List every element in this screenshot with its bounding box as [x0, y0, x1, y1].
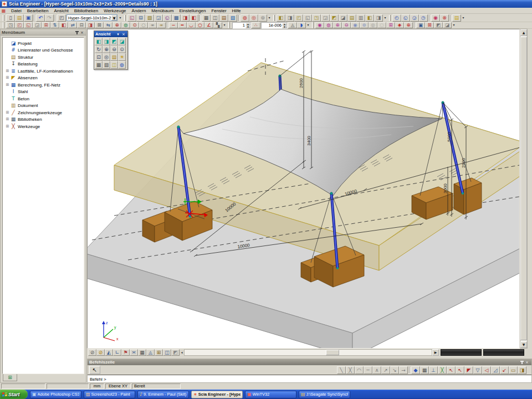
selection-tool-icon[interactable]: ◌ — [139, 22, 148, 28]
selection-tool-icon[interactable]: ◍ — [121, 22, 130, 28]
selection-tool-icon[interactable]: ∞ — [157, 22, 166, 28]
export-tool-icon[interactable]: ▣ — [416, 22, 425, 28]
status-cell[interactable]: Ebene XY — [105, 383, 131, 389]
panel-tab[interactable]: ⊞ — [3, 374, 17, 381]
viewport-tool-icon[interactable]: ≍ — [130, 349, 138, 356]
tree-item[interactable]: ⊞ ▦ Bibliotheken — [5, 116, 84, 124]
structure-tool-icon[interactable]: ▥ — [356, 14, 365, 22]
link-tool-icon[interactable]: ◴ — [392, 14, 401, 22]
geometry-tool-icon[interactable]: ◡ — [187, 22, 196, 28]
snap-mode-icon[interactable]: ─ — [364, 366, 372, 374]
toolbar-handle[interactable] — [3, 15, 4, 21]
selection-tool-icon[interactable]: ◨ — [86, 22, 95, 28]
snap-grid-icon[interactable]: ⊥ — [429, 366, 438, 374]
tree-item-label[interactable]: Absenzen — [17, 75, 38, 80]
tree-item-label[interactable]: Berechnung, FE-Netz — [17, 83, 60, 88]
node-tool-icon[interactable]: ⊕ — [333, 22, 342, 28]
snap-grid-icon[interactable]: ◿ — [491, 366, 500, 374]
view-control-icon[interactable]: ☀ — [118, 53, 126, 61]
view-control-icon[interactable]: ⊖ — [110, 45, 118, 53]
model-tool-icon[interactable]: ▩ — [172, 14, 181, 22]
selection-tool-icon[interactable]: ◱ — [24, 22, 33, 28]
snap-grid-icon[interactable]: ▽ — [473, 366, 482, 374]
close-icon[interactable]: × — [121, 32, 126, 37]
view-control-icon[interactable]: ▤ — [110, 53, 118, 61]
snap-grid-icon[interactable]: ↙ — [500, 366, 509, 374]
model-tool-icon[interactable]: ◵ — [163, 14, 172, 22]
menu-item[interactable]: Menübaum — [149, 8, 176, 14]
selection-tool-icon[interactable]: ◲ — [33, 22, 42, 28]
selection-tool-icon[interactable]: ⊕ — [112, 22, 121, 28]
tree-item[interactable]: # Linienraster und Geschosse — [5, 47, 84, 54]
node-tool-icon[interactable]: ⊕ — [404, 22, 413, 28]
view-control-icon[interactable]: ◧ — [95, 38, 103, 45]
status-cell[interactable] — [1, 383, 45, 389]
structure-tool-icon[interactable]: ◱ — [303, 14, 312, 22]
node-tool-icon[interactable]: ◉ — [315, 22, 324, 28]
start-button[interactable]: Start — [0, 390, 28, 399]
tree-item[interactable]: ⊞ ╱ Zeichnungswerkzeuge — [5, 109, 84, 116]
toolbar-handle[interactable] — [273, 15, 275, 21]
snap-grid-icon[interactable]: ◨ — [518, 366, 526, 374]
overflow-chevron-icon[interactable]: ▾ — [222, 22, 227, 29]
tree-item[interactable]: ⊞ ◤ Absenzen — [5, 75, 84, 82]
node-tool-icon[interactable]: ◉ — [351, 22, 360, 28]
toolbar-handle[interactable] — [312, 22, 314, 28]
expander-icon[interactable]: ⊞ — [5, 83, 10, 88]
snap-grid-icon[interactable]: ◁ — [482, 366, 491, 374]
overflow-chevron-icon[interactable]: ▾ — [452, 22, 456, 29]
model-tool-icon[interactable]: ◨ — [181, 14, 190, 22]
ansicht-header[interactable]: Ansicht ▾ × — [94, 31, 127, 37]
ansicht-palette[interactable]: Ansicht ▾ × ◧◨◩◪↻⊕⊖⊙⊡◎▤☀▦▧◫◍ — [94, 30, 128, 70]
scroll-right-icon[interactable]: ▶ — [432, 349, 439, 356]
scale-spinner[interactable]: 1 ▲▼ — [232, 22, 251, 29]
selection-tool-icon[interactable]: ◰ — [15, 22, 24, 28]
overflow-chevron-icon[interactable]: ▾ — [461, 14, 466, 22]
expander-icon[interactable]: ⊞ — [5, 117, 10, 122]
tree-item[interactable]: ⊞ ╳ Werkzeuge — [5, 123, 84, 130]
selection-tool-icon[interactable]: ⊠ — [95, 22, 104, 28]
structure-tool-icon[interactable]: ◧ — [277, 14, 285, 22]
view-tool-icon[interactable]: ⊚ — [258, 14, 267, 22]
expander-icon[interactable]: ⊞ — [5, 75, 10, 80]
menu-item[interactable]: Hilfe — [229, 8, 244, 14]
view-control-icon[interactable]: ▦ — [95, 61, 103, 69]
scale-tool-icon[interactable]: ∴ — [252, 22, 260, 28]
tree-item-label[interactable]: Bibliotheken — [17, 117, 42, 122]
3d-viewport[interactable]: 2600 3400 5000 2900 3000 10000 10000 100… — [87, 29, 520, 349]
node-tool-icon[interactable]: ◈ — [395, 22, 404, 28]
overflow-chevron-icon[interactable]: ▾ — [383, 14, 387, 22]
snap-mode-icon[interactable]: ∧ — [372, 366, 381, 374]
menu-item[interactable]: Fenster — [208, 8, 229, 14]
model-tool-icon[interactable]: ◧ — [190, 14, 198, 22]
tree-item[interactable]: ◪ Projekt — [5, 40, 84, 47]
tree-item[interactable]: T Beton — [5, 95, 84, 103]
node-tool-icon[interactable]: ⊖ — [342, 22, 351, 28]
view-tool-icon[interactable]: ◍ — [241, 14, 249, 22]
snap-mode-icon[interactable]: → — [399, 366, 408, 374]
node-tool-icon[interactable]: ◌ — [377, 22, 386, 28]
collapse-left-icon[interactable]: ◂ — [180, 349, 184, 356]
precision-tool-icon[interactable]: ◬ — [288, 22, 297, 28]
taskbar-task[interactable]: ▣ WinTV32 — [245, 391, 296, 398]
toolbar-handle[interactable] — [389, 15, 391, 21]
tree-item-label[interactable]: Werkzeuge — [17, 124, 40, 129]
tree-item[interactable]: ▥ Dokument — [5, 103, 84, 110]
overflow-chevron-icon[interactable]: ▾ — [118, 14, 122, 22]
mdi-child-icon[interactable]: ▦ — [1, 8, 6, 13]
snap-mode-icon[interactable]: ◠ — [355, 366, 364, 374]
selection-tool-icon[interactable]: ⇄ — [68, 22, 77, 28]
menu-item[interactable]: Bibliotheken — [71, 8, 101, 14]
print-tool-icon[interactable]: ▤ — [219, 14, 228, 22]
tree-item-label[interactable]: Struktur — [17, 55, 33, 60]
viewport-tool-icon[interactable]: ⊘ — [88, 349, 96, 356]
export-tool-icon[interactable]: ◩ — [434, 22, 443, 28]
spinner-arrows[interactable]: ▲▼ — [282, 23, 287, 28]
selection-tool-icon[interactable]: ∞ — [148, 22, 157, 28]
print-tool-icon[interactable]: ▦ — [202, 14, 211, 22]
tree-item-label[interactable]: Projekt — [17, 41, 32, 46]
viewport-tool-icon[interactable]: ◭ — [105, 349, 113, 356]
model-tool-icon[interactable]: ◱ — [127, 14, 136, 22]
pin-icon[interactable] — [74, 30, 79, 35]
chevron-down-icon[interactable]: ▾ — [115, 32, 121, 37]
